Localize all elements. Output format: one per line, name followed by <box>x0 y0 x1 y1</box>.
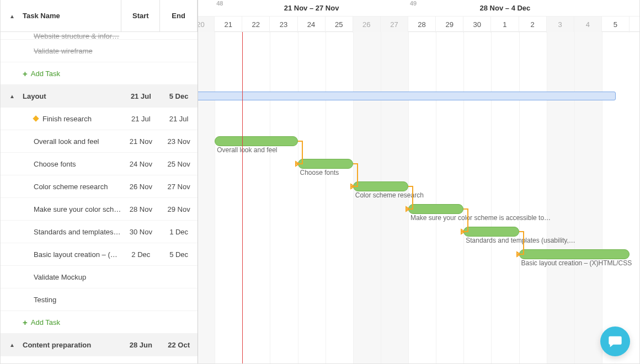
task-start: 21 Nov <box>121 137 160 146</box>
task-row[interactable]: Validate wireframe <box>1 40 198 62</box>
timeline-body[interactable]: Overall look and feelChoose fontsColor s… <box>198 32 639 363</box>
day-cell: 27 <box>381 17 408 33</box>
week-number: 49 <box>410 0 417 7</box>
task-bar-label: Overall look and feel <box>217 146 277 154</box>
grid-header: ▲ Task Name Start End <box>1 0 198 32</box>
day-cell: 21 <box>215 17 242 33</box>
task-end: 5 Dec <box>160 250 198 259</box>
day-cell: 23 <box>270 17 297 33</box>
sort-icon[interactable]: ▲ <box>9 13 15 19</box>
task-start: 26 Nov <box>121 183 160 191</box>
column-header-end[interactable]: End <box>160 0 198 31</box>
task-row[interactable]: Basic layout creation – (X…2 Dec5 Dec <box>1 243 198 266</box>
task-row[interactable]: Color scheme research26 Nov27 Nov <box>1 175 198 198</box>
task-name: Finish research <box>42 115 92 123</box>
day-cell: 1 <box>491 17 519 33</box>
grid-line <box>215 32 215 363</box>
task-name: Overall look and feel <box>34 137 99 146</box>
grid-line <box>326 32 326 363</box>
day-cell: 26 <box>353 17 381 33</box>
grid-line <box>574 32 575 363</box>
task-bar[interactable] <box>353 181 408 191</box>
task-bar[interactable] <box>408 204 463 214</box>
task-end: 25 Nov <box>160 160 198 168</box>
day-cell: 20 <box>198 17 215 33</box>
today-line <box>242 32 243 363</box>
task-end: 27 Nov <box>160 183 198 191</box>
task-name: Testing <box>34 296 56 304</box>
timeline-pane: 4721 Nov – 27 Nov4828 Nov – 4 Dec49 2021… <box>198 0 639 363</box>
day-cell: 2 <box>519 17 547 33</box>
add-icon: + <box>23 318 28 327</box>
day-cell: 4 <box>574 17 602 33</box>
task-row[interactable]: Choose fonts24 Nov25 Nov <box>1 153 198 175</box>
grid-line <box>436 32 436 363</box>
task-grid: ▲ Task Name Start End Website structure … <box>1 0 198 363</box>
task-bar[interactable] <box>519 249 630 259</box>
weekend-shade <box>574 32 602 363</box>
task-name: Choose fonts <box>34 160 76 168</box>
task-name: Color scheme research <box>34 183 108 191</box>
column-header-label: Task Name <box>23 12 60 20</box>
add-icon: + <box>23 69 28 78</box>
task-row[interactable]: Finish research21 Jul21 Jul <box>1 108 198 130</box>
task-end: 5 Dec <box>160 92 198 100</box>
grid-body: Website structure & infor…Validate wiref… <box>1 32 198 356</box>
day-cell: 29 <box>436 17 463 33</box>
timeline-header: 4721 Nov – 27 Nov4828 Nov – 4 Dec49 2021… <box>198 0 639 32</box>
milestone-icon <box>33 115 39 121</box>
task-end: 1 Dec <box>160 228 198 236</box>
day-cell: 25 <box>326 17 353 33</box>
task-row[interactable]: Testing <box>1 288 198 311</box>
task-name: Validate wireframe <box>34 47 93 55</box>
task-start: 21 Jul <box>121 92 160 100</box>
task-bar-label: Make sure your color scheme is accessibl… <box>410 214 551 222</box>
column-header-start[interactable]: Start <box>121 0 160 31</box>
day-cell: 5 <box>602 17 630 33</box>
weekend-shade <box>547 32 574 363</box>
grid-line <box>298 32 298 363</box>
task-bar-label: Color scheme research <box>355 191 424 199</box>
task-row[interactable]: Standards and templates …30 Nov1 Dec <box>1 221 198 243</box>
task-row[interactable]: Validate Mockup <box>1 266 198 288</box>
task-start: 21 Jul <box>121 115 160 123</box>
grid-line <box>547 32 547 363</box>
grid-line <box>602 32 602 363</box>
group-row[interactable]: ▲Layout21 Jul5 Dec <box>1 85 198 108</box>
add-task-row[interactable]: +Add Task <box>1 311 198 334</box>
week-number: 48 <box>216 0 223 7</box>
add-task-label: Add Task <box>31 69 60 78</box>
task-row[interactable]: Website structure & infor… <box>1 32 198 40</box>
chat-button[interactable] <box>600 326 630 356</box>
task-name: Make sure your color sch… <box>34 205 121 213</box>
collapse-icon[interactable]: ▲ <box>9 342 15 348</box>
collapse-icon[interactable]: ▲ <box>9 93 15 99</box>
add-task-row[interactable]: +Add Task <box>1 62 198 85</box>
grid-line <box>491 32 492 363</box>
task-bar[interactable] <box>298 159 353 169</box>
task-name: Basic layout creation – (X… <box>34 250 121 259</box>
day-cell: 24 <box>298 17 326 33</box>
task-name: Standards and templates … <box>34 228 121 236</box>
summary-bar[interactable] <box>198 92 616 100</box>
task-end: 22 Oct <box>160 341 198 349</box>
grid-line <box>463 32 464 363</box>
add-task-label: Add Task <box>31 318 60 326</box>
week-label: 21 Nov – 27 Nov <box>215 0 408 16</box>
task-start: 2 Dec <box>121 250 160 259</box>
day-cell: 30 <box>463 17 491 33</box>
grid-line <box>353 32 354 363</box>
task-bar-label: Basic layout creation – (X)HTML/CSS <box>521 259 632 267</box>
task-bar[interactable] <box>215 136 297 146</box>
task-row[interactable]: Overall look and feel21 Nov23 Nov <box>1 130 198 153</box>
task-row[interactable]: Make sure your color sch…28 Nov29 Nov <box>1 198 198 221</box>
task-bar[interactable] <box>463 227 519 237</box>
task-start: 28 Nov <box>121 205 160 213</box>
task-name: Website structure & infor… <box>34 32 119 40</box>
task-start: 30 Nov <box>121 228 160 236</box>
task-name: Validate Mockup <box>34 273 86 281</box>
task-end: 29 Nov <box>160 205 198 213</box>
task-name: Layout <box>23 92 46 100</box>
column-header-task[interactable]: ▲ Task Name <box>1 0 121 31</box>
group-row[interactable]: ▲Content preparation28 Jun22 Oct <box>1 334 198 356</box>
